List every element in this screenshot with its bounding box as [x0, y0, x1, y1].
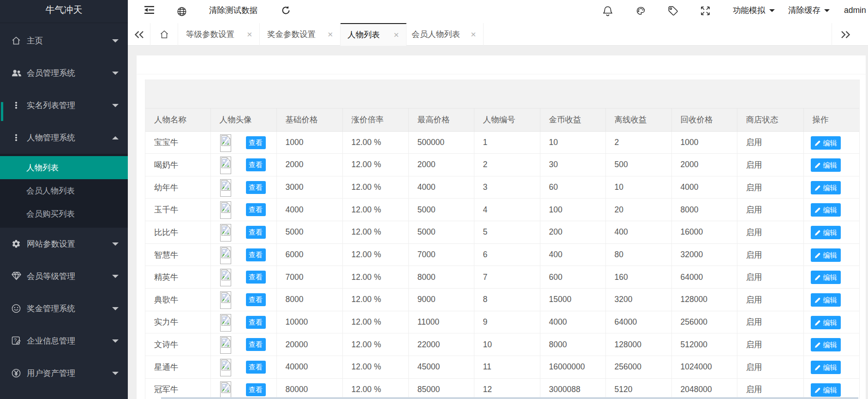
svg-text:?: ?: [14, 338, 17, 343]
